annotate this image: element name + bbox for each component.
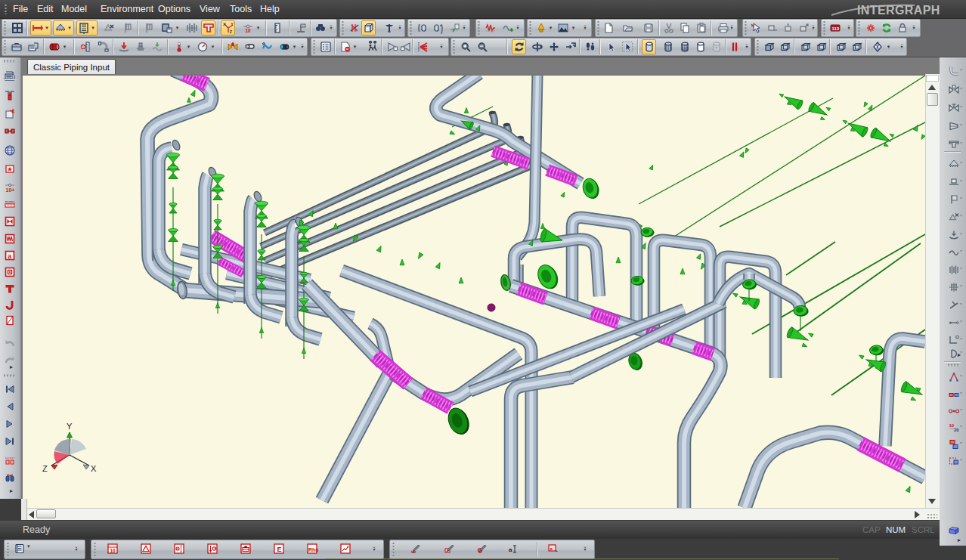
svg-text:a: a <box>8 252 11 260</box>
svg-text:a: a <box>509 546 512 553</box>
svg-text:Y: Y <box>67 422 73 431</box>
svg-text:10: 10 <box>110 548 116 553</box>
svg-text:Y: Y <box>231 22 234 26</box>
svg-text:E: E <box>277 546 282 553</box>
svg-text:X: X <box>223 22 226 26</box>
svg-text:Rho: Rho <box>308 547 318 552</box>
svg-text:Z: Z <box>42 464 48 473</box>
svg-text:INTERGRAPH: INTERGRAPH <box>857 4 940 17</box>
svg-text:113: 113 <box>831 26 839 31</box>
svg-text:10: 10 <box>245 28 251 33</box>
svg-text:Z: Z <box>229 29 232 34</box>
svg-text:10+: 10+ <box>6 187 15 193</box>
svg-text:X: X <box>91 464 97 473</box>
